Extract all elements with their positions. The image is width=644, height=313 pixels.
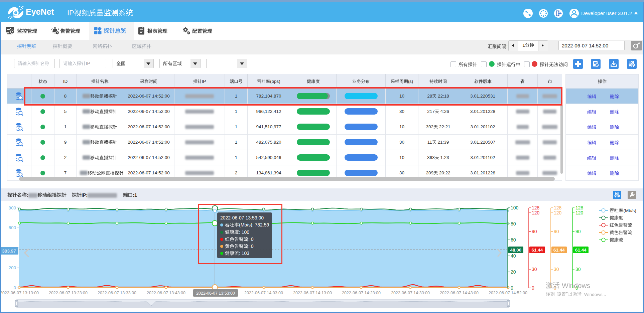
- svg-text:30: 30: [554, 267, 559, 272]
- svg-text:2022-06-07 13:23:00: 2022-06-07 13:23:00: [49, 291, 88, 295]
- svg-text:2022-06-07 13:43:00: 2022-06-07 13:43:00: [147, 291, 185, 295]
- svg-text:2022-06-07 13:53:00: 2022-06-07 13:53:00: [196, 291, 235, 296]
- svg-text:2022-06-07 14:33:00: 2022-06-07 14:33:00: [391, 291, 430, 295]
- svg-text:90: 90: [532, 229, 537, 234]
- svg-text:100: 100: [511, 205, 519, 210]
- svg-text:2022-06-07 14:52:00: 2022-06-07 14:52:00: [489, 291, 527, 295]
- svg-text:2022-06-07 14:03:00: 2022-06-07 14:03:00: [244, 291, 283, 295]
- svg-text:200: 200: [8, 265, 16, 270]
- svg-text:(Mb/s): (Mb/s): [624, 208, 636, 213]
- svg-text:20: 20: [511, 269, 516, 275]
- svg-text:120: 120: [532, 210, 540, 215]
- svg-text:30: 30: [532, 267, 537, 272]
- svg-text:2022-06-07 14:13:00: 2022-06-07 14:13:00: [293, 291, 332, 295]
- svg-text:128: 128: [554, 205, 562, 210]
- svg-text:383.97: 383.97: [2, 249, 16, 254]
- svg-text:2022-06-07 14:43:00: 2022-06-07 14:43:00: [440, 291, 479, 295]
- svg-text:0: 0: [13, 285, 16, 290]
- svg-text:0: 0: [532, 285, 534, 291]
- svg-text:2022-06-07 13:33:00: 2022-06-07 13:33:00: [98, 291, 136, 295]
- svg-text:48.00: 48.00: [510, 248, 522, 253]
- svg-text:40: 40: [511, 253, 516, 259]
- svg-text:2022-06-07 13:13:00: 2022-06-07 13:13:00: [0, 291, 39, 295]
- svg-text:60: 60: [511, 237, 516, 243]
- svg-text:800: 800: [8, 205, 16, 210]
- svg-text:61.44: 61.44: [553, 248, 565, 253]
- svg-text:0: 0: [511, 285, 513, 291]
- svg-text:120: 120: [575, 210, 584, 215]
- svg-text:600: 600: [8, 225, 16, 230]
- svg-text:90: 90: [554, 229, 559, 234]
- svg-text:80: 80: [511, 221, 516, 226]
- svg-text:30: 30: [575, 267, 581, 272]
- svg-text:128: 128: [532, 205, 540, 210]
- svg-text:61.44: 61.44: [575, 248, 587, 253]
- svg-text:61.44: 61.44: [532, 248, 543, 253]
- svg-text:Windows: Windows: [584, 292, 603, 297]
- svg-text:Windows: Windows: [562, 282, 590, 289]
- svg-text:128: 128: [575, 205, 584, 210]
- svg-text:2022-06-07 14:23:00: 2022-06-07 14:23:00: [342, 291, 381, 295]
- svg-text:90: 90: [575, 229, 581, 234]
- svg-text:120: 120: [554, 210, 562, 215]
